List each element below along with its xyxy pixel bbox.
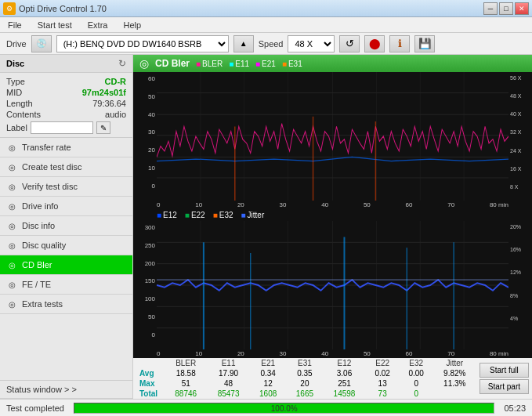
stats-section: BLER E11 E21 E31 E12 E22 E32 Jitter [133, 358, 532, 399]
sidebar-item-disc-info[interactable]: ◎ Disc info [0, 216, 132, 236]
sidebar-item-fe-te[interactable]: ◎ FE / TE [0, 275, 132, 295]
disc-type-row: Type CD-R [6, 76, 126, 87]
max-bler: 51 [165, 378, 207, 389]
disc-refresh-icon[interactable]: ↻ [118, 58, 126, 69]
sidebar-item-transfer-rate[interactable]: ◎ Transfer rate [0, 138, 132, 157]
drive-info-icon: ◎ [6, 201, 17, 212]
drive-eject-button[interactable]: ▲ [233, 35, 254, 52]
avg-e21: 0.34 [250, 368, 287, 378]
drive-icon: 💿 [31, 35, 52, 52]
sidebar-item-status-window[interactable]: Status window > > [0, 381, 132, 399]
disc-label-edit-button[interactable]: ✎ [96, 121, 110, 134]
chart-top-svg [157, 72, 508, 201]
disc-contents-row: Contents audio [6, 109, 126, 120]
nav-label-disc-quality: Disc quality [22, 241, 66, 250]
legend-jitter: ■ Jitter [241, 211, 265, 219]
disc-length-row: Length 79:36.64 [6, 98, 126, 109]
max-e21: 12 [250, 378, 287, 389]
nav-label-drive-info: Drive info [22, 201, 58, 211]
sidebar-item-create-test[interactable]: ◎ Create test disc [0, 157, 132, 177]
transfer-rate-icon: ◎ [6, 142, 17, 153]
chart-content: ◎ CD Bler ■ BLER ■ E11 ■ E21 ■ E31 [133, 55, 532, 399]
menu-extra[interactable]: Extra [83, 20, 113, 31]
drive-select[interactable]: (H:) BENQ DVD DD DW1640 BSRB [56, 35, 229, 52]
x-axis-bottom: 0 10 20 30 40 50 60 70 80 min [133, 349, 532, 358]
menu-file[interactable]: File [3, 20, 27, 31]
total-label: Total [133, 389, 165, 399]
max-label: Max [133, 378, 165, 389]
speed-label: Speed [259, 39, 284, 49]
status-window-label: Status window > > [6, 385, 77, 394]
fe-te-icon: ◎ [6, 279, 17, 290]
extra-tests-icon: ◎ [6, 298, 17, 309]
status-progress-text: 100.0% [74, 403, 494, 414]
col-jitter: Jitter [433, 358, 476, 368]
nav-label-fe-te: FE / TE [22, 280, 51, 289]
disc-label-input[interactable] [31, 121, 93, 134]
disc-type-value: CD-R [105, 77, 127, 86]
disc-info-icon: ◎ [6, 220, 17, 231]
avg-label: Avg [133, 368, 165, 378]
max-e32: 0 [400, 378, 433, 389]
start-part-button[interactable]: Start part [480, 379, 529, 394]
avg-e11: 17.90 [207, 368, 249, 378]
stats-table-container: BLER E11 E21 E31 E12 E22 E32 Jitter [133, 358, 476, 399]
sidebar-item-verify-test[interactable]: ◎ Verify test disc [0, 177, 132, 197]
status-bar: Test completed 100.0% 05:23 [0, 399, 532, 416]
refresh-button[interactable]: ↺ [339, 35, 360, 52]
x-axis-top: 0 10 20 30 40 50 60 70 80 min [133, 201, 532, 209]
disc-label-label: Label [6, 123, 27, 132]
col-e31: E31 [287, 358, 324, 368]
legend-e32: ■ E32 [213, 211, 233, 219]
nav-label-disc-info: Disc info [22, 221, 55, 230]
app-icon: ⚙ [3, 2, 16, 15]
maximize-button[interactable]: □ [499, 2, 513, 15]
drive-label: Drive [6, 39, 27, 49]
info-button[interactable]: ℹ [389, 35, 410, 52]
legend-e12: ■ E12 [157, 211, 177, 219]
disc-type-label: Type [6, 77, 25, 86]
sidebar-item-cd-bler[interactable]: ◎ CD Bler [0, 255, 132, 275]
disc-quality-icon: ◎ [6, 240, 17, 251]
sidebar-item-disc-quality[interactable]: ◎ Disc quality [0, 236, 132, 255]
y-axis-top-left: 60 50 40 30 20 10 0 [133, 72, 157, 201]
sidebar-item-drive-info[interactable]: ◎ Drive info [0, 197, 132, 216]
total-e21: 1608 [250, 389, 287, 399]
y-axis-bottom-right: 20% 16% 12% 8% 4% [508, 221, 532, 349]
max-e31: 20 [287, 378, 324, 389]
menu-help[interactable]: Help [118, 20, 146, 31]
close-button[interactable]: ✕ [515, 2, 529, 15]
col-bler: BLER [165, 358, 207, 368]
col-e32: E32 [400, 358, 433, 368]
stats-total-row: Total 88746 85473 1608 1665 14598 73 0 [133, 389, 476, 399]
avg-bler: 18.58 [165, 368, 207, 378]
verify-test-icon: ◎ [6, 181, 17, 192]
stats-avg-row: Avg 18.58 17.90 0.34 0.35 3.06 0.02 0.00… [133, 368, 476, 378]
status-progress-container: 100.0% [74, 403, 494, 414]
main-content: Disc ↻ Type CD-R MID 97m24s01f Length 79… [0, 55, 532, 399]
col-e21: E21 [250, 358, 287, 368]
start-full-button[interactable]: Start full [480, 363, 529, 378]
total-e31: 1665 [287, 389, 324, 399]
minimize-button[interactable]: ─ [483, 2, 498, 15]
total-e12: 14598 [323, 389, 365, 399]
total-e32: 0 [400, 389, 433, 399]
avg-jitter: 9.82% [433, 368, 476, 378]
stats-max-row: Max 51 48 12 20 251 13 0 11.3% [133, 378, 476, 389]
sidebar-item-extra-tests[interactable]: ◎ Extra tests [0, 295, 132, 314]
erase-button[interactable]: ⬤ [364, 35, 385, 52]
save-button[interactable]: 💾 [414, 35, 435, 52]
disc-mid-value: 97m24s01f [82, 88, 126, 97]
disc-header: Disc ↻ [0, 55, 132, 73]
speed-select[interactable]: 48 X [288, 35, 335, 52]
sidebar: Disc ↻ Type CD-R MID 97m24s01f Length 79… [0, 55, 133, 399]
disc-info: Type CD-R MID 97m24s01f Length 79:36.64 … [0, 73, 132, 138]
disc-contents-label: Contents [6, 110, 41, 119]
avg-e31: 0.35 [287, 368, 324, 378]
create-test-icon: ◎ [6, 161, 17, 172]
avg-e12: 3.06 [323, 368, 365, 378]
legend-e31: ■ E31 [282, 60, 302, 68]
menu-start-test[interactable]: Start test [33, 20, 77, 31]
title-bar: ⚙ Opti Drive Control 1.70 ─ □ ✕ [0, 0, 532, 17]
legend-e22: ■ E22 [185, 211, 205, 219]
